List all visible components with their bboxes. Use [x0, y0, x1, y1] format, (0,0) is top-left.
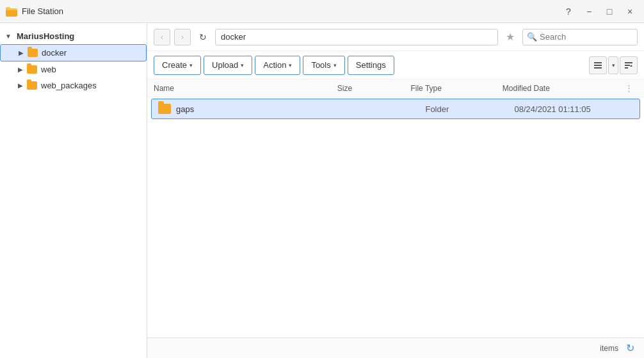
- col-header-filetype: File Type: [410, 84, 502, 93]
- list-view-icon: [593, 61, 602, 70]
- items-label: items: [600, 344, 618, 353]
- svg-marker-7: [630, 65, 632, 67]
- sort-button[interactable]: [620, 56, 638, 74]
- bookmark-button[interactable]: ★: [502, 29, 519, 45]
- list-view-button[interactable]: [589, 56, 607, 74]
- docker-arrow: [19, 49, 28, 56]
- sidebar-root[interactable]: MariusHosting: [0, 28, 147, 44]
- upload-button[interactable]: Upload ▾: [204, 56, 252, 75]
- close-button[interactable]: ×: [621, 3, 639, 20]
- file-name: gaps: [176, 104, 354, 114]
- settings-label: Settings: [356, 60, 386, 70]
- sidebar-root-label: MariusHosting: [17, 31, 74, 41]
- path-bar: ‹ › ↻ ★ 🔍: [147, 23, 644, 51]
- minimize-button[interactable]: −: [580, 3, 598, 20]
- webpkg-folder-icon: [27, 81, 37, 90]
- search-box: 🔍: [522, 29, 638, 45]
- sidebar: MariusHosting docker web web_packages: [0, 23, 147, 358]
- file-type: Folder: [425, 104, 514, 114]
- svg-rect-1: [594, 62, 602, 63]
- status-refresh-button[interactable]: ↻: [624, 342, 636, 355]
- sidebar-web-label: web: [41, 65, 56, 74]
- view-options-button[interactable]: ▾: [608, 56, 618, 74]
- web-folder-icon: [27, 65, 37, 74]
- svg-rect-5: [625, 65, 630, 66]
- file-date: 08/24/2021 01:11:05: [515, 104, 633, 114]
- title-bar: File Station ? − □ ×: [0, 0, 644, 23]
- col-header-date: Modified Date: [503, 84, 625, 93]
- file-list: Name Size File Type Modified Date ⋮ gaps…: [147, 79, 644, 338]
- svg-rect-2: [594, 65, 602, 66]
- search-icon: 🔍: [527, 32, 537, 42]
- content-area: ‹ › ↻ ★ 🔍 Create ▾ Upload ▾ Action ▾: [147, 23, 644, 358]
- action-bar: Create ▾ Upload ▾ Action ▾ Tools ▾ Setti…: [147, 51, 644, 79]
- svg-rect-3: [594, 67, 602, 69]
- sidebar-item-docker[interactable]: docker: [0, 44, 147, 61]
- back-button[interactable]: ‹: [154, 29, 170, 45]
- forward-button[interactable]: ›: [174, 29, 191, 45]
- sort-icon: [624, 61, 633, 70]
- action-label: Action: [263, 60, 286, 70]
- col-header-more: ⋮: [625, 83, 638, 93]
- create-dropdown-arrow: ▾: [189, 62, 193, 69]
- sidebar-docker-label: docker: [42, 48, 67, 58]
- tools-label: Tools: [311, 60, 330, 70]
- refresh-button[interactable]: ↻: [195, 29, 211, 45]
- view-controls: ▾: [589, 56, 638, 74]
- app-title: File Station: [22, 6, 63, 16]
- tools-dropdown-arrow: ▾: [334, 62, 337, 69]
- sidebar-item-web[interactable]: web: [0, 61, 147, 77]
- view-dropdown-icon: ▾: [612, 62, 615, 69]
- action-dropdown-arrow: ▾: [289, 62, 292, 69]
- root-arrow: [5, 33, 14, 40]
- web-arrow: [18, 66, 27, 73]
- path-input[interactable]: [215, 29, 498, 45]
- maximize-button[interactable]: □: [600, 3, 618, 20]
- svg-rect-6: [625, 67, 628, 69]
- status-bar: items ↻: [147, 338, 644, 358]
- create-button[interactable]: Create ▾: [154, 56, 201, 75]
- table-row[interactable]: gaps Folder 08/24/2021 01:11:05: [151, 99, 640, 119]
- file-list-header: Name Size File Type Modified Date ⋮: [147, 79, 644, 97]
- help-button[interactable]: ?: [559, 3, 577, 20]
- app-icon: [5, 5, 18, 18]
- upload-label: Upload: [212, 60, 238, 70]
- create-label: Create: [162, 60, 187, 70]
- sidebar-webpkg-label: web_packages: [41, 81, 97, 90]
- sidebar-item-web-packages[interactable]: web_packages: [0, 77, 147, 94]
- webpkg-arrow: [18, 82, 27, 89]
- docker-folder-icon: [28, 49, 38, 57]
- search-input[interactable]: [540, 32, 644, 42]
- tools-button[interactable]: Tools ▾: [303, 56, 344, 75]
- col-header-size: Size: [337, 84, 411, 93]
- col-header-name: Name: [154, 84, 337, 93]
- svg-rect-4: [625, 62, 632, 63]
- settings-button[interactable]: Settings: [348, 56, 394, 75]
- action-button[interactable]: Action ▾: [255, 56, 300, 75]
- folder-icon: [158, 104, 171, 114]
- upload-dropdown-arrow: ▾: [241, 62, 244, 69]
